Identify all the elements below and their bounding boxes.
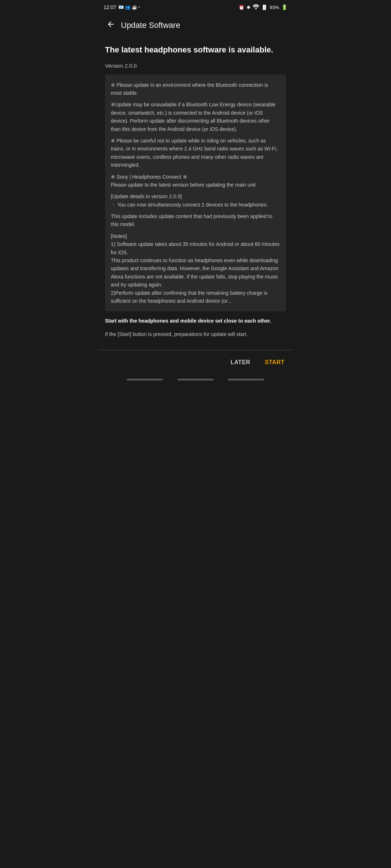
nav-pill-1 (127, 379, 163, 380)
svg-point-0 (255, 8, 257, 9)
signal-icon: ▐▌ (261, 5, 268, 10)
version-label: Version 2.0.0 (105, 63, 286, 69)
back-button[interactable] (104, 17, 118, 34)
page-title: Update Software (121, 21, 180, 30)
main-content: The latest headphones software is availa… (98, 36, 293, 338)
info-p6: This update includes update content that… (111, 212, 280, 229)
bottom-buttons: LATER START (98, 350, 293, 374)
battery-display: 93% (270, 5, 279, 10)
nav-bar (98, 374, 293, 383)
nav-pill-3 (228, 379, 264, 380)
info-p2: ※Update may be unavailable if a Bluetoot… (111, 101, 280, 133)
status-right-icons: ⏰ ✱ ▐▌ 93% 🔋 (239, 4, 287, 10)
info-p1: ※ Please update in an environment where … (111, 81, 280, 97)
nav-pill-2 (177, 379, 214, 380)
info-p5: [Update details in version 2.0.0] ・ You … (111, 192, 280, 209)
time-display: 12:07 (104, 4, 116, 10)
notification-icons: 📧 👥 ☕ • (118, 5, 140, 10)
start-button[interactable]: START (263, 356, 286, 369)
wifi-icon (253, 4, 259, 10)
battery-icon: 🔋 (281, 4, 287, 10)
bluetooth-icon: ✱ (247, 5, 251, 10)
info-box: ※ Please update in an environment where … (105, 75, 286, 312)
status-bar: 12:07 📧 👥 ☕ • ⏰ ✱ ▐▌ 93% 🔋 (98, 0, 293, 14)
toolbar: Update Software (98, 14, 293, 36)
availability-heading: The latest headphones software is availa… (105, 45, 286, 55)
instructions-text: If the [Start] button is pressed, prepar… (105, 331, 286, 338)
later-button[interactable]: LATER (229, 356, 252, 369)
status-time: 12:07 📧 👥 ☕ • (104, 4, 140, 10)
info-p7: [Notes] 1) Software update takes about 3… (111, 232, 280, 305)
info-p4: ※ Sony | Headphones Connect ※ Please upd… (111, 173, 280, 189)
alarm-icon: ⏰ (239, 5, 244, 10)
warning-text: Start with the headphones and mobile dev… (105, 317, 286, 325)
info-p3: ※ Please be careful not to update while … (111, 137, 280, 169)
